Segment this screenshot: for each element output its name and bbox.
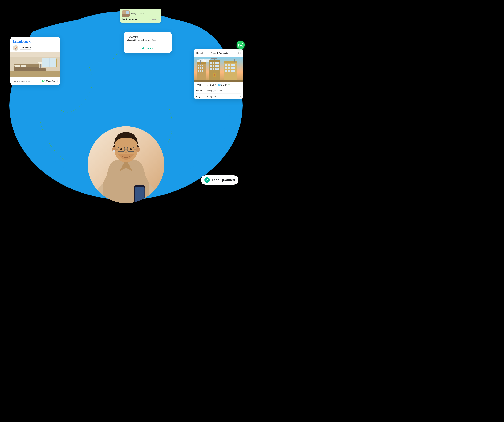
- sp-building-image: 🏠: [194, 57, 243, 82]
- sp-email-label: Email: [196, 89, 205, 92]
- svg-rect-16: [135, 187, 144, 203]
- svg-rect-61: [215, 68, 216, 70]
- svg-rect-70: [234, 64, 235, 66]
- svg-rect-62: [217, 68, 219, 70]
- svg-rect-76: [228, 70, 230, 72]
- wa-bubble-content: Find your dream h...: [122, 10, 159, 17]
- fb-footer: Find your dream h... WhatsApp: [10, 77, 60, 85]
- sp-title: Select Property: [211, 52, 228, 54]
- svg-rect-47: [200, 60, 201, 64]
- wa-check: ✓✓: [156, 18, 159, 20]
- sp-cancel-btn[interactable]: Cancel: [196, 52, 203, 54]
- svg-rect-48: [198, 60, 204, 60]
- svg-rect-44: [198, 70, 199, 72]
- svg-rect-18: [10, 52, 60, 57]
- facebook-card: facebook 🏠 Nest Quest: [10, 37, 60, 85]
- lq-text: Lead Qualified: [212, 178, 235, 182]
- svg-point-13: [113, 150, 115, 152]
- fb-avatar: 🏠: [13, 45, 18, 51]
- person-container: [88, 104, 164, 203]
- facebook-logo: facebook: [13, 39, 57, 44]
- sp-1bhk-label: 1 BHK: [210, 84, 216, 86]
- wa-bubble-text-content: Find your dream h...: [131, 13, 159, 15]
- svg-rect-43: [202, 67, 203, 69]
- sp-type-row: Type 1 BHK 2 BHK: [196, 82, 241, 88]
- sp-city-chevron[interactable]: ▾: [240, 95, 241, 98]
- sp-city-value: Bangalore: [207, 95, 238, 98]
- svg-rect-29: [39, 68, 46, 71]
- svg-rect-58: [217, 65, 219, 67]
- svg-rect-27: [21, 65, 26, 67]
- sp-2bhk-radio-dot: [219, 84, 220, 85]
- svg-point-11: [120, 148, 122, 150]
- sp-email-value: john@gmail.com: [207, 89, 222, 92]
- select-property-card: Cancel Select Property ⊕: [194, 49, 243, 99]
- svg-rect-55: [210, 65, 212, 67]
- svg-rect-80: [231, 59, 239, 59]
- svg-rect-81: [194, 80, 243, 82]
- svg-rect-75: [225, 70, 227, 72]
- svg-text:🏠: 🏠: [214, 74, 216, 76]
- svg-rect-52: [213, 62, 214, 64]
- svg-rect-46: [202, 70, 203, 72]
- svg-rect-45: [200, 70, 201, 72]
- svg-rect-68: [228, 64, 230, 66]
- whatsapp-btn-label: WhatsApp: [46, 80, 55, 82]
- wa-time: 5:20 PM ✓✓: [149, 18, 159, 20]
- sp-1bhk-radio: [207, 84, 209, 86]
- wa-message-bubble: Find your dream h... I'm interested 5:20…: [120, 9, 161, 23]
- sp-more-btn[interactable]: ⊕: [236, 51, 241, 55]
- fb-header: facebook 🏠 Nest Quest: [10, 37, 60, 52]
- fb-page-line: [20, 49, 31, 50]
- sp-city-label: City: [196, 95, 205, 98]
- svg-point-12: [130, 148, 132, 150]
- svg-rect-39: [200, 65, 201, 67]
- svg-rect-77: [231, 70, 233, 72]
- sp-2bhk-radio: [218, 84, 221, 86]
- svg-rect-71: [225, 67, 227, 69]
- svg-rect-72: [228, 67, 230, 69]
- scene: facebook 🏠 Nest Quest: [0, 0, 252, 211]
- sp-2bhk-indicator: [228, 84, 230, 86]
- svg-rect-38: [198, 65, 199, 67]
- svg-rect-42: [200, 67, 201, 69]
- svg-rect-67: [225, 64, 227, 66]
- svg-rect-26: [14, 65, 20, 67]
- svg-rect-57: [215, 65, 216, 67]
- svg-rect-78: [234, 70, 235, 72]
- sp-type-options: 1 BHK 2 BHK: [207, 84, 241, 86]
- fb-find-text: Find your dream h...: [13, 80, 30, 82]
- sp-2bhk-option[interactable]: 2 BHK: [218, 84, 230, 86]
- whatsapp-btn-icon: [42, 80, 45, 82]
- svg-rect-53: [215, 62, 216, 64]
- sp-2bhk-label: 2 BHK: [221, 84, 228, 86]
- sp-email-row: Email john@gmail.com: [196, 88, 241, 93]
- svg-rect-60: [213, 68, 214, 70]
- svg-rect-69: [231, 64, 233, 66]
- wa-fill-details-btn[interactable]: Fill Details: [127, 47, 168, 50]
- wa-form-greeting: Hey Aparna Please fill this Whatsapp for…: [127, 35, 168, 42]
- wa-interested-text: I'm interested: [122, 18, 138, 21]
- wa-thumb: [122, 10, 130, 17]
- svg-rect-32: [126, 11, 129, 14]
- sp-1bhk-option[interactable]: 1 BHK: [207, 84, 216, 86]
- lq-check-icon: ✓: [204, 177, 210, 183]
- sp-city-row: City Bangalore ▾: [196, 93, 241, 99]
- svg-rect-51: [210, 62, 212, 64]
- fb-page-name: Nest Quest: [20, 46, 31, 49]
- svg-rect-54: [217, 62, 219, 64]
- sp-header: Cancel Select Property ⊕: [194, 49, 243, 57]
- wa-interested-row: I'm interested 5:20 PM ✓✓: [122, 18, 159, 21]
- whatsapp-button[interactable]: WhatsApp: [40, 79, 58, 83]
- wa-green-icon: [236, 41, 245, 49]
- sp-fields: Type 1 BHK 2 BHK E: [194, 82, 243, 99]
- svg-rect-19: [10, 71, 60, 77]
- svg-rect-59: [210, 68, 212, 70]
- svg-rect-73: [231, 67, 233, 69]
- wa-find-text: Find your dream h...: [131, 13, 159, 15]
- svg-rect-49: [209, 61, 220, 82]
- lead-qualified-badge: ✓ Lead Qualified: [201, 175, 238, 185]
- svg-rect-40: [202, 65, 203, 67]
- svg-rect-56: [213, 65, 214, 67]
- svg-rect-31: [122, 14, 130, 17]
